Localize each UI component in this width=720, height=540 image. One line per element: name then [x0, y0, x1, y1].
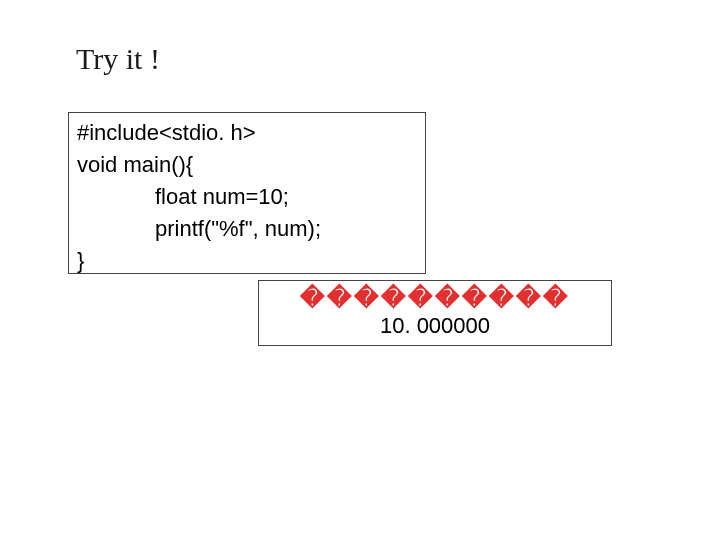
- slide-title: Try it !: [76, 42, 160, 76]
- result-placeholder: ����������: [259, 285, 611, 311]
- slide: Try it ! #include<stdio. h> void main(){…: [0, 0, 720, 540]
- result-box: ���������� 10. 000000: [258, 280, 612, 346]
- code-line-2: void main(){: [77, 149, 417, 181]
- code-box: #include<stdio. h> void main(){ float nu…: [68, 112, 426, 274]
- code-line-3: float num=10;: [77, 181, 417, 213]
- code-text-3: float num=10;: [155, 184, 289, 209]
- code-line-1: #include<stdio. h>: [77, 117, 417, 149]
- code-line-5: }: [77, 245, 417, 277]
- result-value: 10. 000000: [259, 313, 611, 339]
- code-text-4: printf("%f", num);: [155, 216, 321, 241]
- code-line-4: printf("%f", num);: [77, 213, 417, 245]
